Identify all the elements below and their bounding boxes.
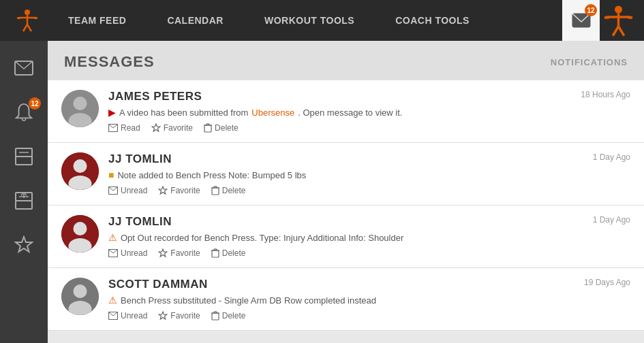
svg-marker-60 <box>159 312 167 319</box>
messages-badge: 12 <box>585 4 597 16</box>
warning-icon: ⚠ <box>108 295 117 306</box>
star-small-icon <box>151 123 161 133</box>
page-title: MESSAGES <box>64 53 155 71</box>
sidebar-item-inbox[interactable] <box>0 136 48 177</box>
nav-right: 12 <box>562 0 637 41</box>
message-text-body: Opt Out recorded for Bench Press. Type: … <box>121 233 403 243</box>
sidebar-item-favorites[interactable] <box>0 225 48 265</box>
message-body: JJ TOMLIN 1 Day Ago ■ Note added to Benc… <box>108 152 630 195</box>
nav-item-team-feed[interactable]: TEAM FEED <box>48 0 147 41</box>
svg-point-8 <box>615 5 622 13</box>
message-content: ⚠ Opt Out recorded for Bench Press. Type… <box>108 232 630 243</box>
message-sender-name: JJ TOMLIN <box>108 215 172 229</box>
envelope-small-icon <box>108 124 118 132</box>
message-timestamp: 19 Days Ago <box>584 278 630 287</box>
message-content: ■ Note added to Bench Press Note: Bumped… <box>108 169 630 180</box>
message-top: SCOTT DAMMAN 19 Days Ago <box>108 278 630 291</box>
svg-marker-28 <box>152 124 160 131</box>
message-sender-name: JAMES PETERS <box>108 90 202 103</box>
svg-point-25 <box>74 97 87 110</box>
trash-small-icon <box>211 311 219 321</box>
delete-button[interactable]: Delete <box>211 248 246 258</box>
sidebar-envelope-icon <box>14 59 33 78</box>
message-top: JAMES PETERS 18 Hours Ago <box>108 90 630 103</box>
envelope-small-icon <box>108 186 118 195</box>
avatar <box>61 90 99 127</box>
unread-button[interactable]: Unread <box>108 186 147 195</box>
unread-button[interactable]: Unread <box>108 311 147 321</box>
star-small-icon <box>158 186 168 195</box>
nav-messages-button[interactable]: 12 <box>562 0 600 41</box>
sidebar: 12 <box>0 41 48 343</box>
message-body: JJ TOMLIN 1 Day Ago ⚠ Opt Out recorded f… <box>108 215 630 258</box>
delete-button[interactable]: Delete <box>211 311 246 321</box>
svg-marker-23 <box>16 237 32 252</box>
nav-logo-right <box>600 0 637 41</box>
message-body: SCOTT DAMMAN 19 Days Ago ⚠ Bench Press s… <box>108 278 630 321</box>
trash-small-icon <box>211 248 219 258</box>
avatar-image: 8 <box>61 152 99 190</box>
svg-point-57 <box>74 284 87 298</box>
message-content: ⚠ Bench Press substituted - Single Arm D… <box>108 295 630 306</box>
svg-rect-61 <box>212 313 219 320</box>
message-actions: Unread Favorite Delete <box>108 186 630 195</box>
message-timestamp: 1 Day Ago <box>593 152 630 162</box>
note-icon: ■ <box>108 169 114 180</box>
favorite-button[interactable]: Favorite <box>151 123 193 133</box>
message-timestamp: 1 Day Ago <box>593 215 630 225</box>
unread-button[interactable]: Unread <box>108 248 147 258</box>
svg-line-12 <box>619 26 624 35</box>
logo-right-icon <box>600 2 637 39</box>
nav-logo <box>7 7 48 34</box>
svg-line-3 <box>23 24 27 31</box>
table-row: SCOTT DAMMAN 19 Days Ago ⚠ Bench Press s… <box>48 268 644 331</box>
avatar <box>61 278 99 315</box>
svg-marker-39 <box>159 186 167 194</box>
top-nav: TEAM FEED CALENDAR WORKOUT TOOLS COACH T… <box>0 0 644 41</box>
favorite-button[interactable]: Favorite <box>158 248 200 258</box>
envelope-small-icon <box>108 312 118 320</box>
favorite-button[interactable]: Favorite <box>158 186 200 195</box>
delete-button[interactable]: Delete <box>211 186 246 195</box>
svg-point-46 <box>74 222 87 235</box>
sidebar-item-outbox[interactable] <box>0 180 48 221</box>
nav-item-calendar[interactable]: CALENDAR <box>147 0 244 41</box>
notifications-link[interactable]: NOTIFICATIONS <box>551 57 628 67</box>
read-button[interactable]: Read <box>108 123 140 133</box>
trash-small-icon <box>204 123 212 133</box>
nav-item-coach-tools[interactable]: COACH TOOLS <box>375 0 490 41</box>
delete-button[interactable]: Delete <box>204 123 239 133</box>
message-text-body: Note added to Bench Press Note: Bumped 5… <box>117 170 306 180</box>
message-actions: Read Favorite Delete <box>108 123 630 133</box>
nav-item-workout-tools[interactable]: WORKOUT TOOLS <box>244 0 375 41</box>
message-highlight: Ubersense <box>251 108 294 118</box>
svg-rect-13 <box>604 16 609 18</box>
svg-rect-16 <box>16 157 32 165</box>
favorite-button[interactable]: Favorite <box>158 311 200 321</box>
message-text-after: . Open message to view it. <box>298 108 402 118</box>
content-header: MESSAGES NOTIFICATIONS <box>48 41 644 80</box>
warning-icon: ⚠ <box>108 232 117 243</box>
avatar-image: 8 <box>61 215 99 252</box>
svg-rect-14 <box>628 16 632 18</box>
sidebar-inbox-icon <box>14 147 33 166</box>
message-content: ▶ A video has been submitted from Uberse… <box>108 107 630 118</box>
star-small-icon <box>158 311 168 321</box>
sidebar-item-messages[interactable] <box>0 48 48 88</box>
svg-rect-51 <box>212 250 219 257</box>
sidebar-item-notifications[interactable]: 12 <box>0 92 48 133</box>
logo-icon <box>14 7 41 34</box>
svg-marker-50 <box>159 249 167 257</box>
table-row: 8 JJ TOMLIN 1 Day Ago ⚠ Opt Out recorded… <box>48 206 644 268</box>
avatar: 8 <box>61 215 99 252</box>
svg-rect-29 <box>204 125 211 132</box>
messages-list: JAMES PETERS 18 Hours Ago ▶ A video has … <box>48 80 644 331</box>
avatar: 8 <box>61 152 99 190</box>
svg-line-4 <box>27 24 31 31</box>
main-layout: 12 <box>0 41 644 343</box>
content-area: MESSAGES NOTIFICATIONS JAMES PETERS 18 H <box>48 41 644 343</box>
nav-items: TEAM FEED CALENDAR WORKOUT TOOLS COACH T… <box>48 0 562 41</box>
message-top: JJ TOMLIN 1 Day Ago <box>108 215 630 229</box>
sidebar-outbox-icon <box>14 191 33 210</box>
message-top: JJ TOMLIN 1 Day Ago <box>108 152 630 166</box>
